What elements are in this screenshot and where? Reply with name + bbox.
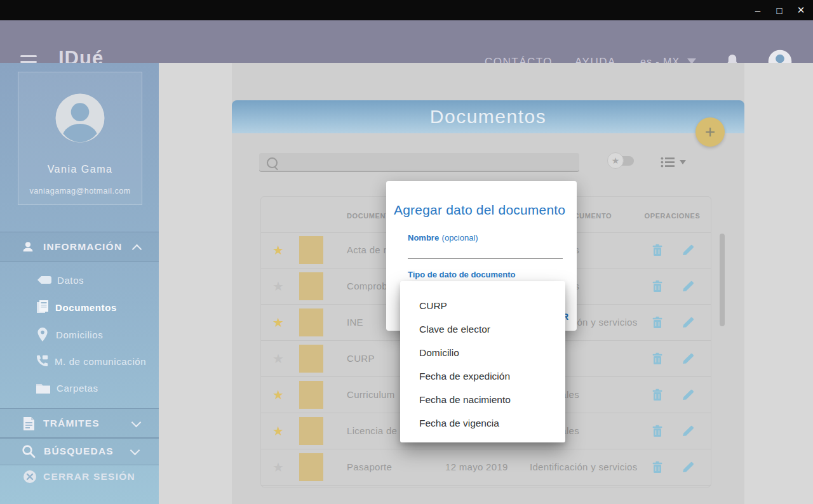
close-circle-icon (23, 470, 37, 484)
document-name: CURP (347, 353, 375, 364)
window-titlebar: – □ ✕ (0, 0, 813, 20)
person-icon (21, 240, 35, 254)
window-maximize-button[interactable]: □ (769, 0, 790, 20)
name-input[interactable] (408, 247, 563, 259)
edit-pencil-icon[interactable] (682, 280, 694, 293)
search-icon (22, 444, 36, 458)
edit-pencil-icon[interactable] (682, 352, 694, 365)
documents-banner: Documentos (232, 100, 744, 133)
document-name: Pasaporte (347, 461, 392, 472)
chevron-down-icon (130, 445, 140, 455)
favorite-star-icon[interactable]: ★ (272, 425, 284, 437)
document-name: INE (347, 317, 363, 328)
sidebar-item-datos[interactable]: Datos (37, 267, 84, 293)
add-document-button[interactable]: + (695, 117, 725, 147)
logout-label: CERRAR SESIÓN (43, 471, 135, 482)
dropdown-option-vigencia[interactable]: Fecha de vigencia (400, 411, 565, 435)
sidebar-section-informacion[interactable]: INFORMACIÓN (0, 232, 159, 262)
dropdown-option-domicilio[interactable]: Domicilio (400, 341, 565, 364)
edit-pencil-icon[interactable] (682, 461, 694, 474)
document-thumbnail[interactable] (299, 453, 323, 481)
edit-pencil-icon[interactable] (682, 425, 694, 437)
document-type-dropdown: CURP Clave de elector Domicilio Fecha de… (400, 281, 565, 442)
sidebar-item-label: Datos (57, 275, 84, 286)
type-field-label: Tipo de dato de documento (408, 270, 515, 279)
favorite-star-icon[interactable]: ★ (272, 316, 284, 329)
favorite-star-icon[interactable]: ★ (272, 388, 284, 401)
document-thumbnail[interactable] (299, 272, 323, 300)
name-field-label: Nombre (opcional) (408, 232, 478, 243)
app-header: IDué DILIGENCE AUTHENTICATION CONTÁCTO A… (0, 20, 813, 63)
document-icon (23, 416, 35, 431)
dropdown-option-nacimiento[interactable]: Fecha de nacimiento (400, 388, 565, 411)
window-minimize-button[interactable]: – (747, 0, 769, 20)
page-title: Documentos (430, 106, 546, 128)
favorites-star-icon[interactable]: ★ (607, 152, 624, 169)
profile-avatar (53, 91, 107, 145)
sidebar-item-label: Carpetas (57, 383, 98, 394)
delete-trash-icon[interactable] (651, 316, 664, 329)
search-icon (267, 157, 278, 168)
sidebar-section-label: TRÁMITES (43, 418, 100, 429)
favorite-star-icon[interactable]: ★ (272, 461, 284, 474)
favorite-star-icon[interactable]: ★ (272, 280, 284, 293)
favorite-star-icon[interactable]: ★ (272, 352, 284, 365)
column-header-operations: OPERACIONES (633, 212, 712, 220)
id-card-icon (37, 275, 52, 284)
sidebar-item-label: Domicilios (56, 329, 103, 340)
document-thumbnail[interactable] (299, 417, 323, 445)
dropdown-option-expedicion[interactable]: Fecha de expedición (400, 364, 565, 388)
delete-trash-icon[interactable] (651, 352, 664, 365)
sidebar-item-domicilios[interactable]: Domicilios (37, 322, 103, 347)
sidebar-item-comunicacion[interactable]: M. de comunicación (34, 348, 146, 374)
chevron-down-icon (680, 160, 686, 164)
view-selector[interactable] (661, 157, 686, 168)
logout-button[interactable]: CERRAR SESIÓN (23, 465, 135, 488)
chevron-up-icon (132, 244, 142, 254)
document-thumbnail[interactable] (299, 236, 323, 264)
edit-pencil-icon[interactable] (682, 388, 694, 401)
document-category: Identificación y servicios (530, 461, 638, 472)
delete-trash-icon[interactable] (651, 280, 664, 293)
delete-trash-icon[interactable] (651, 461, 664, 474)
dropdown-option-clave[interactable]: Clave de elector (400, 317, 565, 341)
sidebar-section-busquedas[interactable]: BÚSQUEDAS (0, 437, 159, 465)
sidebar-item-documentos[interactable]: Documentos (36, 294, 117, 321)
sidebar-section-label: INFORMACIÓN (43, 241, 122, 253)
sidebar: Vania Gama vaniagamag@hotmail.com INFORM… (0, 63, 159, 504)
document-thumbnail[interactable] (299, 345, 323, 373)
location-pin-icon (37, 327, 48, 342)
profile-email: vaniagamag@hotmail.com (18, 187, 142, 196)
table-scrollbar[interactable] (720, 234, 725, 326)
profile-name: Vania Gama (18, 164, 142, 175)
sidebar-item-label: M. de comunicación (55, 356, 146, 367)
edit-pencil-icon[interactable] (682, 244, 694, 256)
document-thumbnail[interactable] (299, 381, 323, 409)
profile-card: Vania Gama vaniagamag@hotmail.com (18, 72, 142, 205)
table-row: ★ Pasaporte 12 mayo 2019 Identificación … (261, 449, 711, 486)
delete-trash-icon[interactable] (651, 425, 664, 437)
list-view-icon (661, 157, 675, 168)
dropdown-option-curp[interactable]: CURP (400, 294, 565, 317)
delete-trash-icon[interactable] (651, 244, 664, 256)
sidebar-section-label: BÚSQUEDAS (44, 446, 114, 457)
modal-title: Agregar dato del documento (394, 202, 573, 218)
document-name: Curriculum (347, 389, 395, 400)
edit-pencil-icon[interactable] (682, 316, 694, 329)
folder-icon (36, 382, 51, 394)
sidebar-item-label: Documentos (55, 302, 117, 313)
window-close-button[interactable]: ✕ (790, 0, 812, 20)
phone-icon (34, 354, 50, 368)
chevron-down-icon (131, 417, 142, 427)
search-input[interactable] (259, 153, 579, 172)
delete-trash-icon[interactable] (651, 388, 664, 401)
sidebar-item-carpetas[interactable]: Carpetas (36, 375, 98, 401)
sidebar-section-tramites[interactable]: TRÁMITES (0, 408, 159, 439)
favorite-star-icon[interactable]: ★ (272, 244, 284, 256)
document-thumbnail[interactable] (299, 308, 323, 336)
document-date: 12 mayo 2019 (445, 461, 508, 472)
documents-icon (36, 300, 50, 315)
